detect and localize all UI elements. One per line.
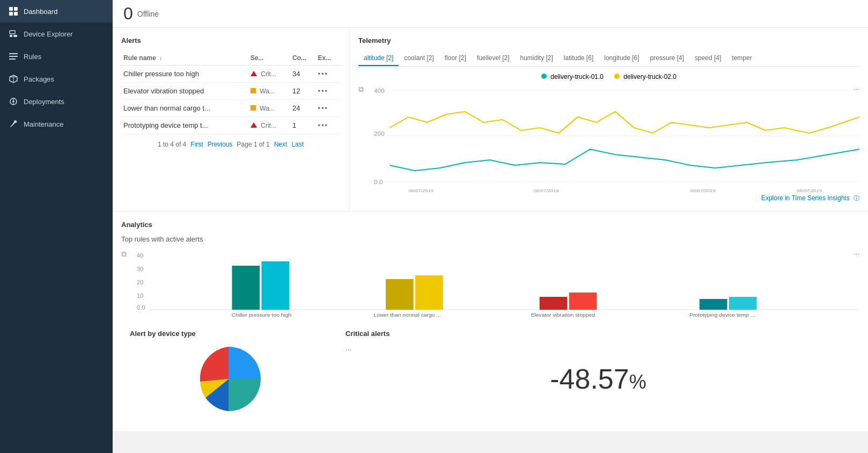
- sidebar-item-dashboard[interactable]: Dashboard: [0, 0, 113, 23]
- svg-text:40: 40: [137, 253, 144, 259]
- deployments-icon: [9, 97, 18, 106]
- telemetry-chart: 400 200 0.0 06/07/2019 06:05:00: [358, 85, 859, 192]
- bar-chart-svg: 40 30 20 10 0.0 Chiller pressure too hig…: [121, 250, 859, 319]
- svg-rect-44: [540, 297, 568, 310]
- tab-floor[interactable]: floor [2]: [439, 51, 472, 66]
- count-cell: 24: [290, 100, 315, 117]
- svg-rect-47: [700, 299, 727, 310]
- bar-chart-wrapper: ⧉ ··· 40 30 20 10 0.0 Chiller: [121, 250, 859, 321]
- telemetry-tabs: altitude [2] coolant [2] floor [2] fuell…: [358, 51, 859, 67]
- rule-name-cell: Elevator vibration stopped: [121, 83, 248, 100]
- explore-info-icon: ⓘ: [854, 195, 859, 201]
- svg-rect-2: [9, 12, 13, 16]
- svg-point-14: [12, 100, 14, 103]
- sidebar-item-label: Maintenance: [24, 120, 63, 128]
- row-more-menu: •••: [318, 104, 328, 112]
- table-row: Lower than normal cargo t... Wa... 24 ••…: [121, 100, 340, 117]
- svg-text:06/07/2019: 06/07/2019: [408, 188, 433, 192]
- pagination-previous[interactable]: Previous: [208, 141, 233, 148]
- sidebar-item-rules[interactable]: Rules: [0, 45, 113, 68]
- svg-text:Prototyping device temp ...: Prototyping device temp ...: [689, 312, 755, 318]
- svg-text:06/07/2019: 06/07/2019: [797, 188, 822, 192]
- table-row: Elevator vibration stopped Wa... 12 •••: [121, 83, 340, 100]
- svg-rect-5: [10, 35, 12, 37]
- rule-name-cell: Prototyping device temp t...: [121, 117, 248, 134]
- telemetry-legend: delivery-truck-01.0 delivery-truck-02.0: [358, 73, 859, 81]
- col-rule-name[interactable]: Rule name ↕: [121, 51, 248, 65]
- pagination-next[interactable]: Next: [274, 141, 288, 148]
- dashboard-icon: [9, 6, 18, 16]
- tab-latitude[interactable]: latitude [6]: [558, 51, 599, 66]
- warning-icon: [251, 88, 256, 93]
- device-explorer-icon: [9, 29, 18, 39]
- svg-text:30: 30: [137, 266, 144, 272]
- tab-humidity[interactable]: humidity [2]: [514, 51, 558, 66]
- severity-cell: Wa...: [248, 100, 290, 117]
- main-content: 0 Offline Alerts Rule name ↕ Se...: [113, 0, 868, 453]
- telemetry-chart-container: ··· ⧉ 400 200 0.0: [358, 85, 859, 192]
- bar-more-menu[interactable]: ···: [854, 250, 859, 258]
- count-cell: 12: [290, 83, 315, 100]
- tab-speed[interactable]: speed [4]: [689, 51, 726, 66]
- tab-temper[interactable]: temper: [726, 51, 757, 66]
- svg-text:Chiller pressure too high: Chiller pressure too high: [232, 312, 292, 318]
- telemetry-panel: Telemetry altitude [2] coolant [2] floor…: [350, 28, 868, 211]
- tab-coolant[interactable]: coolant [2]: [399, 51, 439, 66]
- offline-label: Offline: [137, 10, 159, 18]
- svg-text:200: 200: [374, 131, 384, 137]
- sort-icon: ↕: [159, 55, 162, 61]
- maintenance-icon: [9, 119, 18, 129]
- sidebar: Dashboard Device Explorer Rules: [0, 0, 113, 453]
- svg-rect-48: [729, 297, 757, 310]
- svg-rect-6: [13, 35, 17, 37]
- chart-more-menu[interactable]: ···: [854, 85, 859, 93]
- svg-rect-0: [9, 7, 13, 11]
- tab-pressure[interactable]: pressure [4]: [645, 51, 689, 66]
- sidebar-item-label: Dashboard: [24, 8, 58, 16]
- more-cell[interactable]: •••: [315, 83, 340, 100]
- severity-cell: Wa...: [248, 83, 290, 100]
- pie-chart: [194, 344, 263, 414]
- svg-rect-3: [14, 12, 18, 16]
- pagination-info: 1 to 4 of 4: [158, 141, 186, 148]
- svg-rect-4: [10, 31, 15, 34]
- pie-chart-container: [130, 344, 327, 414]
- sidebar-item-deployments[interactable]: Deployments: [0, 90, 113, 113]
- bar-chart-subtitle: Top rules with active alerts: [121, 235, 859, 243]
- warning-icon: [251, 105, 256, 111]
- legend-truck1: delivery-truck-01.0: [541, 73, 604, 81]
- more-cell[interactable]: •••: [315, 117, 340, 134]
- bottom-panels: Alert by device type: [121, 321, 859, 422]
- pagination-last[interactable]: Last: [291, 141, 304, 148]
- more-cell[interactable]: •••: [315, 65, 340, 83]
- explore-link[interactable]: Explore in Time Series Insights ⓘ: [358, 194, 859, 202]
- tab-fuellevel[interactable]: fuellevel [2]: [472, 51, 515, 66]
- critical-alerts-title: Critical alerts: [345, 330, 851, 338]
- legend-dot-2: [614, 74, 620, 79]
- more-cell[interactable]: •••: [315, 100, 340, 117]
- critical-more-menu[interactable]: ...: [345, 344, 351, 352]
- svg-rect-41: [386, 279, 414, 310]
- row-more-menu: •••: [318, 121, 328, 129]
- sidebar-item-packages[interactable]: Packages: [0, 68, 113, 90]
- tab-longitude[interactable]: longitude [6]: [599, 51, 644, 66]
- pagination-first[interactable]: First: [190, 141, 203, 148]
- svg-text:Elevator vibration stopped: Elevator vibration stopped: [531, 312, 595, 318]
- table-row: Prototyping device temp t... Crit... 1 •…: [121, 117, 340, 134]
- svg-text:0.0: 0.0: [137, 305, 145, 311]
- col-severity: Se...: [248, 51, 290, 65]
- row-more-menu: •••: [318, 70, 328, 78]
- svg-rect-8: [9, 56, 18, 57]
- tab-altitude[interactable]: altitude [2]: [358, 51, 399, 66]
- svg-text:06/07/2019: 06/07/2019: [534, 188, 559, 192]
- count-cell: 1: [290, 117, 315, 134]
- row-more-menu: •••: [318, 87, 328, 95]
- offline-count: 0: [123, 4, 133, 24]
- svg-rect-39: [261, 261, 289, 310]
- sidebar-item-maintenance[interactable]: Maintenance: [0, 113, 113, 135]
- offline-card: 0 Offline: [113, 0, 868, 28]
- row-2: Analytics Top rules with active alerts ⧉…: [113, 212, 868, 431]
- telemetry-title: Telemetry: [358, 36, 859, 45]
- sidebar-item-device-explorer[interactable]: Device Explorer: [0, 23, 113, 45]
- alerts-panel: Alerts Rule name ↕ Se... Co... Ex...: [113, 28, 349, 211]
